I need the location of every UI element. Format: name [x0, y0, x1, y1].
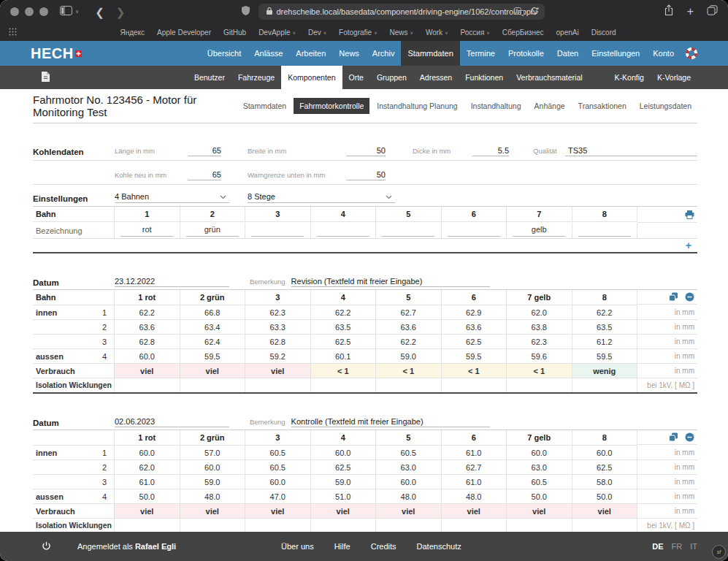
- measurement-value-cell[interactable]: 62.5: [311, 335, 377, 349]
- app-logo[interactable]: HECH: [31, 45, 82, 62]
- measurement-value-cell[interactable]: 60.5: [245, 460, 311, 475]
- document-icon[interactable]: [42, 72, 50, 83]
- translate-icon[interactable]: a: [514, 7, 524, 17]
- breite-input[interactable]: 50: [346, 146, 386, 156]
- forward-button[interactable]: ❯: [110, 7, 131, 18]
- tab-fahrmotorkontrolle[interactable]: Fahrmotorkontrolle: [294, 98, 369, 114]
- bezeichnung-cell[interactable]: gelb: [507, 223, 572, 238]
- measurement-value-cell[interactable]: 63.6: [442, 320, 507, 335]
- measurement-value-cell[interactable]: 63.6: [115, 320, 180, 335]
- logout-power-icon[interactable]: [42, 541, 51, 552]
- measurement-value-cell[interactable]: 66.8: [180, 305, 246, 320]
- measurement-value-cell[interactable]: 60.0: [245, 475, 311, 489]
- nav-item-arbeiten[interactable]: Arbeiten: [289, 41, 332, 66]
- measurement-value-cell[interactable]: 62.4: [180, 335, 246, 349]
- measurement-value-cell[interactable]: 61.0: [442, 446, 507, 460]
- measurement-value-cell[interactable]: 51.0: [311, 489, 377, 504]
- measurement-value-cell[interactable]: 62.7: [376, 305, 442, 320]
- measurement-value-cell[interactable]: 47.0: [245, 489, 311, 504]
- bookmark-item[interactable]: DevApple∨: [258, 28, 296, 37]
- tab-instandhaltung-planung[interactable]: Instandhaltung Planung: [371, 98, 463, 114]
- datum-input[interactable]: 02.06.2023: [115, 417, 229, 427]
- isolation-value-cell[interactable]: [507, 378, 572, 392]
- laenge-input[interactable]: 65: [188, 146, 221, 156]
- footer-link-credits[interactable]: Credits: [371, 542, 396, 551]
- bookmark-item[interactable]: Яндекс: [120, 28, 145, 37]
- measurement-value-cell[interactable]: 60.1: [311, 349, 377, 364]
- nav-item-archiv[interactable]: Archiv: [366, 41, 402, 66]
- measurement-value-cell[interactable]: 62.0: [507, 305, 572, 320]
- measurement-value-cell[interactable]: 63.8: [507, 320, 572, 335]
- tab-anhaenge[interactable]: Anhänge: [529, 98, 571, 114]
- measurement-value-cell[interactable]: 48.0: [180, 489, 246, 504]
- subnav-item-orte[interactable]: Orte: [342, 66, 370, 89]
- measurement-value-cell[interactable]: 48.0: [442, 489, 507, 504]
- bezeichnung-cell[interactable]: [442, 223, 507, 238]
- chevron-down-icon[interactable]: ∨: [75, 9, 79, 15]
- isolation-value-cell[interactable]: [115, 519, 180, 532]
- subnav-item-verbrauchsmaterial[interactable]: Verbrauchsmaterial: [510, 66, 589, 89]
- kohle-neu-input[interactable]: 65: [188, 170, 221, 180]
- bookmark-item[interactable]: News∨: [390, 28, 413, 37]
- datum-input[interactable]: 23.12.2022: [115, 277, 229, 287]
- isolation-value-cell[interactable]: [115, 378, 180, 392]
- measurement-value-cell[interactable]: 59.5: [442, 349, 507, 364]
- isolation-value-cell[interactable]: [572, 519, 638, 532]
- subnav-item-benutzer[interactable]: Benutzer: [188, 66, 231, 89]
- isolation-value-cell[interactable]: [311, 519, 377, 532]
- measurement-value-cell[interactable]: 61.2: [572, 335, 638, 349]
- nav-item-anlaesse[interactable]: Anlässe: [248, 41, 289, 66]
- measurement-value-cell[interactable]: 50.0: [572, 489, 638, 504]
- back-button[interactable]: ❮: [89, 7, 110, 18]
- print-icon[interactable]: [637, 207, 697, 223]
- measurement-value-cell[interactable]: 63.5: [572, 320, 638, 335]
- language-fr[interactable]: FR: [672, 542, 683, 551]
- bookmark-item[interactable]: СберБизнес: [502, 28, 544, 37]
- sidebar-toggle-icon[interactable]: [60, 5, 72, 18]
- measurement-value-cell[interactable]: 59.6: [507, 349, 572, 364]
- subnav-item-funktionen[interactable]: Funktionen: [459, 66, 510, 89]
- tab-transaktionen[interactable]: Transaktionen: [572, 98, 632, 114]
- nav-item-uebersicht[interactable]: Übersicht: [201, 41, 248, 66]
- isolation-value-cell[interactable]: [507, 519, 572, 532]
- bezeichnung-cell[interactable]: [245, 223, 311, 238]
- measurement-value-cell[interactable]: 57.0: [180, 446, 246, 460]
- bezeichnung-cell[interactable]: [376, 223, 442, 238]
- stege-select[interactable]: 8 Stege: [248, 192, 395, 203]
- measurement-value-cell[interactable]: 61.0: [442, 475, 507, 489]
- measurement-value-cell[interactable]: 60.0: [115, 349, 180, 364]
- nav-item-news[interactable]: News: [332, 41, 366, 66]
- measurement-value-cell[interactable]: 62.2: [311, 305, 377, 320]
- isolation-value-cell[interactable]: [572, 378, 638, 392]
- nav-item-stammdaten[interactable]: Stammdaten: [401, 41, 459, 66]
- bezeichnung-cell[interactable]: [572, 223, 638, 238]
- isolation-value-cell[interactable]: [442, 378, 507, 392]
- tab-instandhaltung[interactable]: Instandhaltung: [465, 98, 527, 114]
- dicke-input[interactable]: 5.5: [472, 146, 509, 156]
- nav-item-protokolle[interactable]: Protokolle: [502, 41, 551, 66]
- bezeichnung-cell[interactable]: [311, 223, 377, 238]
- duplicate-row-icon[interactable]: [669, 292, 678, 302]
- reload-icon[interactable]: [530, 7, 539, 17]
- measurement-value-cell[interactable]: 59.5: [572, 349, 638, 364]
- language-it[interactable]: IT: [690, 542, 697, 551]
- measurement-value-cell[interactable]: 62.5: [311, 460, 377, 475]
- measurement-value-cell[interactable]: 60.5: [376, 446, 442, 460]
- measurement-value-cell[interactable]: 59.0: [376, 349, 442, 364]
- measurement-value-cell[interactable]: 63.3: [245, 320, 311, 335]
- nav-item-einstellungen[interactable]: Einstellungen: [585, 41, 646, 66]
- nav-item-daten[interactable]: Daten: [551, 41, 585, 66]
- footer-link-ueber-uns[interactable]: Über uns: [281, 542, 314, 551]
- address-bar[interactable]: drehscheibe.local/basedata/component/dri…: [258, 4, 545, 20]
- isolation-value-cell[interactable]: [180, 519, 246, 532]
- measurement-value-cell[interactable]: 63.5: [311, 320, 377, 335]
- measurement-value-cell[interactable]: 62.3: [507, 335, 572, 349]
- measurement-value-cell[interactable]: 62.0: [115, 460, 180, 475]
- add-icon[interactable]: +: [686, 240, 691, 251]
- measurement-value-cell[interactable]: 60.0: [115, 446, 180, 460]
- bookmarks-grid-icon[interactable]: [9, 26, 17, 39]
- bookmark-item[interactable]: Work∨: [426, 28, 448, 37]
- measurement-value-cell[interactable]: 63.0: [376, 460, 442, 475]
- subnav-item-adressen[interactable]: Adressen: [413, 66, 459, 89]
- duplicate-row-icon[interactable]: [669, 432, 678, 442]
